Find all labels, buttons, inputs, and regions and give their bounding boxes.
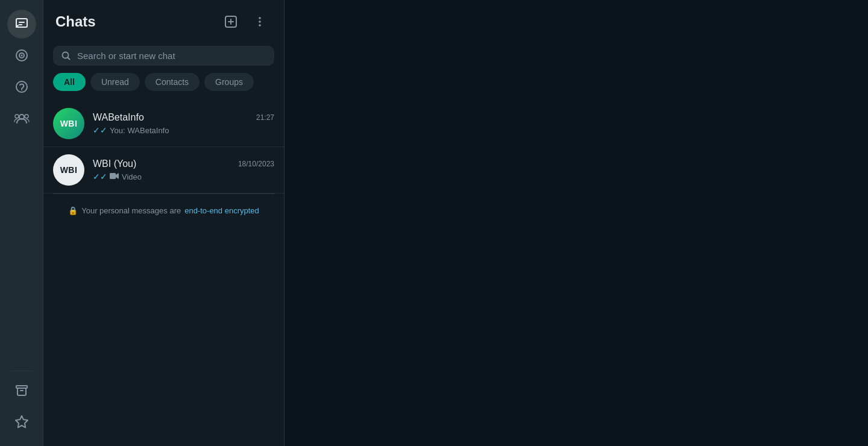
chat-time: 21:27 bbox=[256, 113, 274, 122]
encryption-link[interactable]: end-to-end encrypted bbox=[184, 206, 259, 215]
chat-name-row: WBI (You) 18/10/2023 bbox=[93, 159, 274, 169]
chat-info: WBI (You) 18/10/2023 ✓✓ Video bbox=[93, 159, 274, 181]
preview-you-label: You: bbox=[110, 126, 125, 135]
svg-point-5 bbox=[20, 55, 22, 57]
sidebar-bottom bbox=[7, 376, 36, 436]
svg-point-9 bbox=[15, 115, 19, 118]
search-input[interactable] bbox=[77, 51, 266, 61]
svg-rect-1 bbox=[19, 22, 25, 23]
new-chat-button[interactable] bbox=[219, 10, 243, 34]
more-options-button[interactable] bbox=[248, 10, 272, 34]
sidebar-item-channels[interactable] bbox=[7, 72, 36, 101]
filter-tab-unread[interactable]: Unread bbox=[90, 73, 140, 91]
chat-panel: Chats bbox=[43, 0, 285, 446]
chat-list: WBI WABetaInfo 21:27 ✓✓ You: WABetaInfo … bbox=[43, 101, 284, 446]
sidebar-item-communities[interactable] bbox=[7, 104, 36, 133]
archived-icon bbox=[14, 383, 29, 398]
sidebar-item-starred[interactable] bbox=[7, 407, 36, 436]
chat-item-wbi-you[interactable]: WBI WBI (You) 18/10/2023 ✓✓ Video bbox=[43, 147, 284, 193]
starred-icon bbox=[14, 415, 29, 429]
avatar: WBI bbox=[53, 154, 84, 186]
new-chat-icon bbox=[224, 15, 237, 28]
sidebar-top bbox=[7, 10, 36, 366]
search-container bbox=[43, 41, 284, 73]
double-check-icon: ✓✓ bbox=[93, 125, 107, 135]
chat-time: 18/10/2023 bbox=[238, 160, 274, 168]
chat-name: WABetaInfo bbox=[93, 112, 144, 123]
sidebar-item-chats[interactable] bbox=[7, 10, 36, 39]
encryption-text: Your personal messages are bbox=[81, 206, 181, 215]
chat-name: WBI (You) bbox=[93, 159, 136, 169]
chat-preview: ✓✓ Video bbox=[93, 172, 274, 181]
communities-icon bbox=[14, 111, 30, 125]
filter-tab-all[interactable]: All bbox=[53, 73, 86, 91]
filter-tab-contacts[interactable]: Contacts bbox=[145, 73, 200, 91]
sidebar-item-archived[interactable] bbox=[7, 376, 36, 405]
svg-rect-17 bbox=[110, 173, 116, 179]
status-icon bbox=[14, 48, 29, 63]
svg-point-13 bbox=[259, 17, 261, 19]
svg-rect-2 bbox=[19, 24, 22, 25]
header-actions bbox=[219, 10, 272, 34]
svg-point-10 bbox=[25, 115, 28, 118]
filter-tabs: All Unread Contacts Groups bbox=[43, 73, 284, 101]
chat-header: Chats bbox=[43, 0, 284, 41]
svg-rect-11 bbox=[16, 386, 27, 388]
chat-info: WABetaInfo 21:27 ✓✓ You: WABetaInfo bbox=[93, 112, 274, 135]
chat-item-wabetainfo[interactable]: WBI WABetaInfo 21:27 ✓✓ You: WABetaInfo bbox=[43, 101, 284, 147]
double-check-icon: ✓✓ bbox=[93, 172, 107, 181]
channels-icon bbox=[14, 80, 29, 94]
search-bar bbox=[53, 46, 274, 66]
more-options-icon bbox=[254, 16, 266, 28]
encryption-notice: 🔒 Your personal messages are end-to-end … bbox=[43, 194, 284, 227]
filter-tab-groups[interactable]: Groups bbox=[204, 73, 254, 91]
preview-text: WABetaInfo bbox=[128, 126, 169, 135]
lock-icon: 🔒 bbox=[68, 206, 78, 215]
svg-point-14 bbox=[259, 20, 261, 23]
svg-point-7 bbox=[21, 89, 22, 90]
preview-text: Video bbox=[122, 172, 142, 181]
main-content bbox=[285, 0, 868, 446]
svg-point-6 bbox=[16, 81, 27, 92]
chat-preview: ✓✓ You: WABetaInfo bbox=[93, 125, 274, 135]
svg-point-15 bbox=[259, 24, 261, 27]
sidebar bbox=[0, 0, 43, 446]
search-icon bbox=[61, 51, 71, 61]
avatar: WBI bbox=[53, 108, 84, 139]
video-icon bbox=[110, 172, 119, 181]
chat-name-row: WABetaInfo 21:27 bbox=[93, 112, 274, 123]
sidebar-item-status[interactable] bbox=[7, 41, 36, 70]
page-title: Chats bbox=[55, 13, 96, 30]
chats-icon bbox=[14, 17, 29, 31]
sidebar-divider bbox=[11, 371, 33, 371]
